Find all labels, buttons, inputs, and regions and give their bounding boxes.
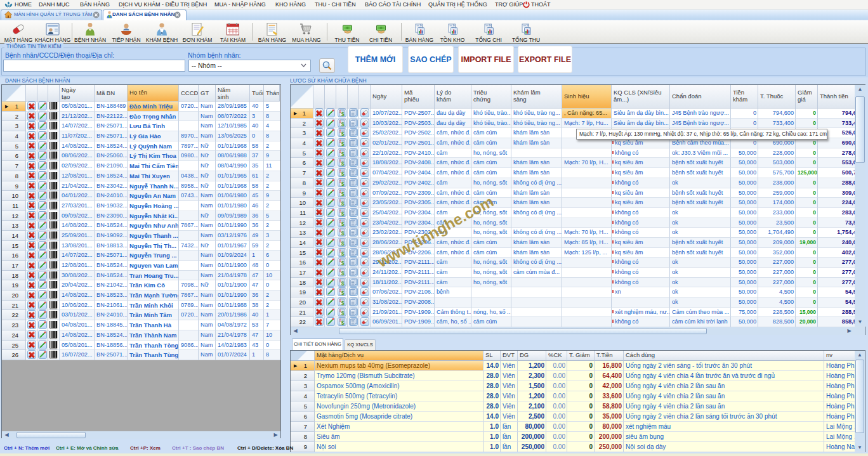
svg-text:$: $ [341, 111, 344, 117]
svg-text:$: $ [341, 240, 344, 247]
svg-text:$: $ [341, 121, 344, 127]
svg-text:$: $ [341, 280, 344, 287]
svg-text:$: $ [341, 290, 344, 297]
svg-text:$: $ [341, 191, 344, 197]
svg-text:$: $ [341, 221, 344, 227]
svg-text:$: $ [341, 141, 344, 147]
svg-text:$: $ [341, 131, 344, 138]
svg-text:$: $ [341, 260, 344, 266]
svg-text:$: $ [341, 270, 344, 277]
svg-text:$: $ [341, 200, 344, 207]
svg-text:$: $ [341, 251, 344, 257]
svg-text:$: $ [341, 181, 344, 187]
svg-text:$: $ [341, 151, 344, 157]
svg-text:$: $ [341, 310, 344, 316]
svg-text:$: $ [341, 320, 344, 327]
svg-text:$: $ [341, 171, 344, 177]
svg-text:$: $ [341, 300, 344, 306]
svg-text:$: $ [341, 211, 344, 217]
svg-text:$: $ [341, 230, 344, 237]
svg-text:$: $ [341, 161, 344, 167]
